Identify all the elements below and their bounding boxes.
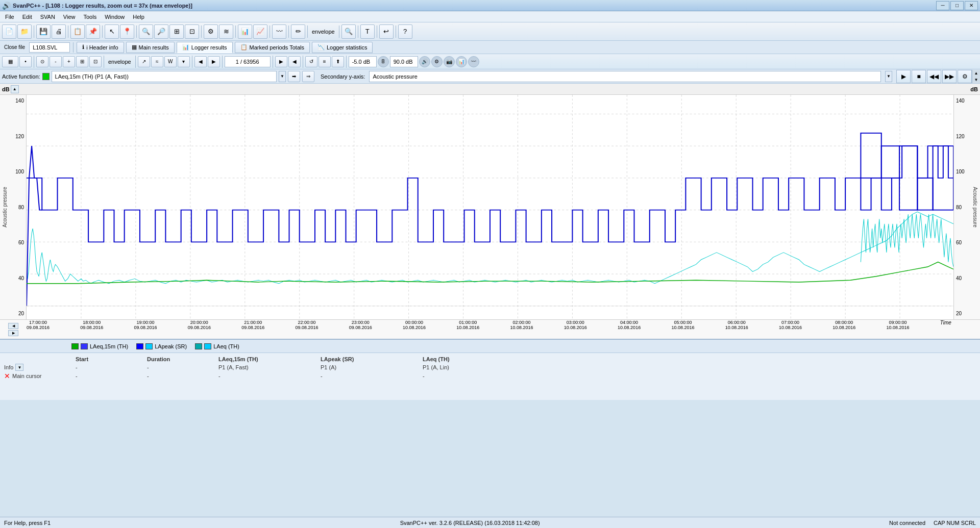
refresh-btn[interactable]: ↺ [305,56,317,67]
spectrum-button[interactable]: 〰 [272,24,286,39]
pen-button[interactable]: ✏ [291,24,305,39]
row-info-start: - [76,364,147,370]
zoom-all-button[interactable]: ⊞ [169,24,184,39]
play-fwd-btn[interactable]: ▶ [275,56,287,67]
logger-results-icon: 📊 [182,44,189,51]
tab-marked-periods[interactable]: 📋 Marked periods Totals [235,42,310,53]
scroll-down-arrow[interactable]: ▼ [973,77,979,83]
status-version-text: SvanPC++ ver. 3.2.6 (RELEASE) (16.03.201… [400,520,540,526]
filter-button[interactable]: ≋ [219,24,233,39]
recalc-btn[interactable]: ≡ [318,56,331,67]
zoom-in-button[interactable]: 🔍 [139,24,153,39]
menu-svan[interactable]: SVAN [36,13,59,21]
camera-icon[interactable]: 📷 [444,56,455,67]
menu-window[interactable]: Window [101,13,129,21]
legend-color-teal [195,343,202,349]
status-keys-text: CAP NUM SCRL [934,520,976,526]
chart-button[interactable]: 📈 [253,24,267,39]
zoom-fit-btn[interactable]: ⊞ [76,56,88,67]
cursor-mode-btn[interactable]: ↗ [138,56,150,67]
export-button[interactable]: 📊 [238,24,252,39]
right-scroll-top[interactable]: ▲ ▼ [972,70,980,83]
zoom-plus-btn[interactable]: + [63,56,75,67]
prev-btn[interactable]: ◀ [194,56,207,67]
db-right-icon[interactable]: 🔊 [419,56,430,67]
menu-help[interactable]: Help [129,13,149,21]
chart2-icon[interactable]: 📊 [456,56,467,67]
tab-header-info[interactable]: ℹ i Header info [77,42,124,53]
new-button[interactable]: 📄 [2,24,16,39]
tab-main-results[interactable]: ▦ Main results [126,42,175,53]
active-fn-dropdown[interactable]: ▼ [279,71,286,82]
ffwd-button[interactable]: ▶▶ [942,70,957,83]
menu-tools[interactable]: Tools [80,13,101,21]
save-button[interactable]: 💾 [36,24,51,39]
close-file-button[interactable]: Close file [2,44,27,50]
print-button[interactable]: 🖨 [52,24,66,39]
close-button[interactable]: ✕ [965,1,978,10]
menu-view[interactable]: View [59,13,80,21]
db-left-icon[interactable]: 🎚 [378,56,389,67]
audio-icon[interactable]: 〰 [468,56,479,67]
stop-button[interactable]: ■ [912,70,926,83]
drop-btn[interactable]: ▾ [178,56,190,67]
current-file-name: L108.SVL [29,42,70,53]
paste-button[interactable]: 📌 [86,24,100,39]
tab-logger-stats[interactable]: 📉 Logger statistics [312,42,373,53]
open-button[interactable]: 📁 [17,24,32,39]
zoom-default-btn[interactable]: ⊙ [36,56,48,67]
cursor-button[interactable]: ↖ [105,24,119,39]
settings-button[interactable]: ⚙ [204,24,218,39]
main-toolbar: 📄 📁 💾 🖨 📋 📌 ↖ 📍 🔍 🔎 ⊞ ⊡ ⚙ ≋ 📊 📈 〰 ✏ enve… [0,22,980,41]
y-adjust-up[interactable]: ▲ [11,85,19,93]
t-sep8 [346,56,347,68]
help-btn[interactable]: ? [398,24,412,39]
db-header-strip: dB ▲ dB [0,84,980,95]
active-function-bar: Active function: LAeq,15m (TH) (P1 (A, F… [0,69,980,84]
export2-btn[interactable]: ⬆ [332,56,344,67]
rewind-button[interactable]: ◀◀ [927,70,941,83]
menu-file[interactable]: File [1,13,18,21]
scroll-up-arrow[interactable]: ▲ [973,70,979,77]
status-left: For Help, press F1 [4,520,51,526]
chart-area[interactable]: Acoustic pressure 140 120 100 80 60 40 2… [0,95,980,319]
settings-icon[interactable]: ⚙ [431,56,443,67]
config-button[interactable]: ⚙ [958,70,972,83]
x-axis-spacer-right [953,320,980,339]
scroll-left-btn[interactable]: ◀ [8,323,18,329]
play-button[interactable]: ▶ [896,70,911,83]
scroll-right-btn[interactable]: ▶ [8,330,18,336]
marker-button[interactable]: 📍 [120,24,134,39]
menu-edit[interactable]: Edit [18,13,36,21]
zoom-out-button[interactable]: 🔎 [154,24,168,39]
sep11 [358,26,358,38]
sec-y-dropdown[interactable]: ▼ [885,71,892,82]
search-button[interactable]: 🔍 [341,24,356,39]
row-info-laeq15m: P1 (A, Fast) [218,364,321,370]
chart-plot-area[interactable] [27,95,953,319]
zoom-minus-btn[interactable]: - [50,56,62,67]
zoom-sel-button[interactable]: ⊡ [185,24,199,39]
zoom-cursor-btn[interactable]: ⊡ [89,56,102,67]
db-header-label-right: dB [953,86,980,92]
speed-btn[interactable]: W [164,56,177,67]
legend-laeq: LAeq (TH) [195,343,239,349]
info-dropdown-btn[interactable]: ▼ [15,364,23,371]
af-arrow1[interactable]: ➡ [288,71,300,82]
af-arrow2[interactable]: ⇒ [302,71,314,82]
playback-controls: ▶ ■ ◀◀ ▶▶ ⚙ [896,70,972,83]
y-tick-120: 120 [15,134,24,139]
dot-btn[interactable]: • [19,56,32,67]
tab-logger-results[interactable]: 📊 Logger results [177,42,233,53]
next-btn[interactable]: ▶ [208,56,220,67]
rotate-button[interactable]: ↩ [379,24,394,39]
maximize-button[interactable]: □ [950,1,964,10]
minimize-button[interactable]: ─ [936,1,949,10]
af-left-section: Active function: LAeq,15m (TH) (P1 (A, F… [0,71,316,82]
copy-button[interactable]: 📋 [70,24,85,39]
sec-y-label: Secondary y-axis: [321,73,365,80]
grid-btn[interactable]: ▦ [2,56,18,67]
play-rev-btn[interactable]: ◀ [288,56,301,67]
freq-btn[interactable]: ≈ [151,56,163,67]
text-button[interactable]: T [360,24,375,39]
